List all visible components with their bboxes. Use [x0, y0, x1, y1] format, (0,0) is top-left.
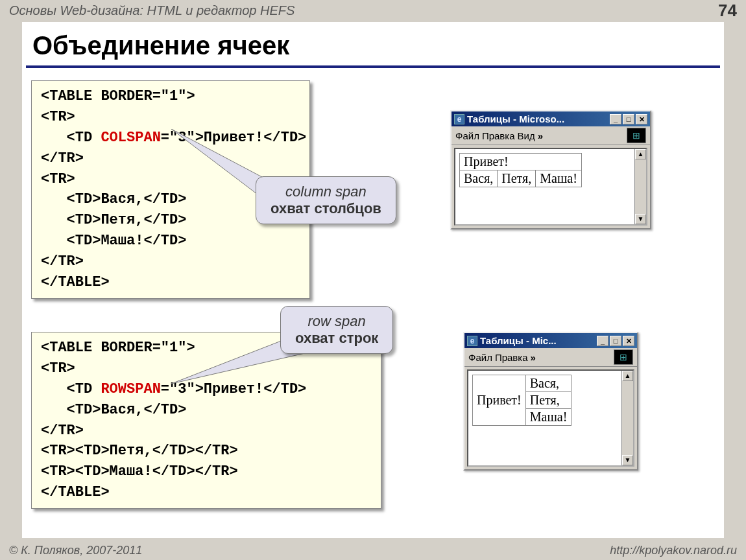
minimize-button[interactable]: _	[597, 336, 608, 346]
menu-more-icon[interactable]: »	[538, 130, 543, 141]
callout-line1: column span	[271, 183, 381, 200]
callout-line2: охват столбцов	[271, 200, 381, 217]
scroll-up-button[interactable]: ▲	[635, 149, 646, 159]
window-title: Таблицы - Microso...	[467, 113, 607, 124]
demo-table-colspan: Привет! Вася, Петя, Маша!	[459, 153, 582, 187]
menu-file[interactable]: Файл	[468, 352, 492, 363]
callout-colspan: column span охват столбцов	[256, 176, 396, 224]
window-titlebar: e Таблицы - Mic... _ □ ✕	[464, 333, 637, 348]
close-button[interactable]: ✕	[636, 114, 647, 124]
window-menubar: Файл Правка Вид » ⊞	[451, 126, 650, 145]
slide-header: Основы Web-дизайна: HTML и редактор HEFS…	[0, 0, 746, 21]
menu-more-icon[interactable]: »	[531, 352, 536, 363]
ie-icon: e	[454, 114, 464, 124]
window-titlebar: e Таблицы - Microso... _ □ ✕	[451, 111, 650, 126]
table-cell: Маша!	[536, 170, 582, 187]
menu-edit[interactable]: Правка	[482, 130, 515, 141]
browser-viewport: Привет! Вася, Петя, Маша! ▲ ▼	[467, 369, 634, 467]
browser-window-2: e Таблицы - Mic... _ □ ✕ Файл Правка » ⊞…	[463, 332, 638, 471]
footer-url: http://kpolyakov.narod.ru	[610, 544, 737, 557]
menu-file[interactable]: Файл	[455, 130, 479, 141]
course-title: Основы Web-дизайна: HTML и редактор HEFS	[9, 3, 295, 18]
scroll-up-button[interactable]: ▲	[622, 371, 633, 381]
slide-footer: © К. Поляков, 2007-2011 http://kpolyakov…	[0, 541, 746, 560]
slide-content: Объединение ячеек <TABLE BORDER="1"> <TR…	[22, 22, 724, 538]
close-button[interactable]: ✕	[623, 336, 634, 346]
browser-window-1: e Таблицы - Microso... _ □ ✕ Файл Правка…	[450, 110, 651, 229]
ie-icon: e	[467, 336, 477, 346]
maximize-button[interactable]: □	[610, 336, 621, 346]
callout-rowspan: row span охват строк	[280, 306, 393, 354]
ie-logo-icon: ⊞	[627, 128, 646, 143]
minimize-button[interactable]: _	[610, 114, 621, 124]
table-cell: Вася,	[525, 375, 572, 392]
copyright: © К. Поляков, 2007-2011	[9, 544, 142, 557]
table-cell: Петя,	[498, 170, 536, 187]
window-menubar: Файл Правка » ⊞	[464, 348, 637, 367]
menu-view[interactable]: Вид	[518, 130, 535, 141]
ie-logo-icon: ⊞	[614, 349, 633, 365]
page-number: 74	[718, 1, 737, 21]
callout-line2: охват строк	[295, 330, 378, 347]
window-title: Таблицы - Mic...	[480, 335, 594, 346]
scroll-down-button[interactable]: ▼	[622, 455, 633, 465]
browser-viewport: Привет! Вася, Петя, Маша! ▲ ▼	[454, 148, 647, 226]
maximize-button[interactable]: □	[623, 114, 634, 124]
vertical-scrollbar[interactable]: ▲ ▼	[621, 371, 633, 465]
table-cell: Петя,	[525, 392, 572, 409]
table-cell: Привет!	[473, 375, 526, 426]
table-cell: Вася,	[460, 170, 498, 187]
demo-table-rowspan: Привет! Вася, Петя, Маша!	[472, 375, 572, 426]
table-cell: Маша!	[525, 409, 572, 426]
vertical-scrollbar[interactable]: ▲ ▼	[634, 149, 646, 224]
table-cell: Привет!	[460, 154, 582, 170]
callout-line1: row span	[295, 313, 378, 330]
slide-title: Объединение ячеек	[26, 22, 720, 68]
scroll-down-button[interactable]: ▼	[635, 214, 646, 224]
menu-edit[interactable]: Правка	[495, 352, 528, 363]
